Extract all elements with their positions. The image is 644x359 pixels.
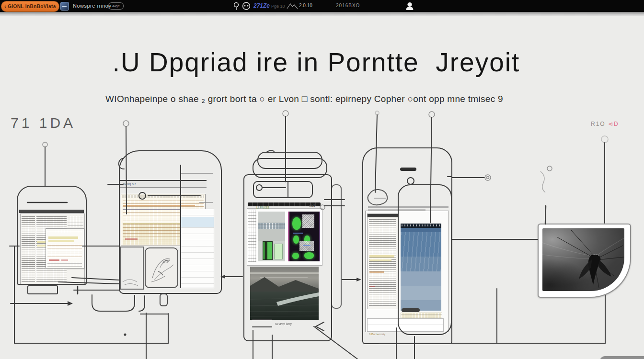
green-blob (292, 253, 299, 259)
figure-label-left: 71 1DA (11, 115, 76, 131)
toolbar-badge[interactable]: Aige (108, 2, 124, 10)
landscape-art (250, 267, 319, 320)
syntax-row-orange (369, 271, 384, 273)
error-row (49, 259, 59, 261)
avatar-icon[interactable] (405, 1, 414, 11)
phone-3-thermal-image (288, 212, 320, 261)
toolbar-link[interactable]: 271Ze (253, 2, 270, 9)
phone-4-speaker (400, 168, 416, 171)
syntax-row-blue (123, 209, 181, 210)
app-title: Nowspre rnnoy (73, 3, 111, 9)
doc-text (369, 219, 396, 306)
page-background: ‹ GIONL InBnBoVIata Nowspre rnnoy Aige 2… (0, 0, 644, 359)
green-blob (293, 236, 299, 244)
list-panel-header (181, 217, 214, 227)
window-edge-strip (0, 12, 644, 16)
popup-footer-text (47, 262, 82, 267)
error-row (369, 286, 375, 287)
blue-text-row (293, 233, 303, 234)
phone-3-toolbar-left-text: LI FNIGS (256, 206, 269, 210)
pencil-strokes (121, 247, 143, 289)
doc-side-column (68, 216, 83, 227)
orb-icon[interactable] (242, 2, 251, 10)
figure-label-right-mark: ⊲D (608, 121, 619, 127)
build-label: 2016BXO (336, 3, 360, 8)
phone-2-empty-box (120, 247, 144, 290)
phone-3-landscape-photo (250, 267, 319, 320)
doc-header-bar (368, 214, 398, 217)
phone-4-caption: f tBu berrcrty (369, 332, 385, 336)
photo-card (538, 224, 631, 298)
page-title: .U Dpqriad ire in Porntte Jreyoit (0, 47, 632, 78)
phone-2-sketch-image (145, 247, 178, 288)
page-subtitle: WIOnhapeinpe o shae ₂ grort bort ta ○ er… (0, 94, 609, 104)
highlight-row (369, 259, 391, 261)
highlight-row (48, 240, 74, 242)
phone-4-document-screenshot (367, 213, 398, 309)
green-bar (263, 241, 273, 260)
doc-left-column (22, 216, 35, 282)
phone-2-list-panel (181, 209, 214, 288)
dragonfly-art (542, 228, 624, 291)
dragonfly-photo (542, 228, 624, 291)
green-blob (304, 252, 314, 259)
error-row (125, 238, 138, 240)
error-row (61, 259, 68, 261)
phone-3-toolbar-right-text: r6s5 (309, 204, 315, 208)
phone-3-chart-image (258, 212, 285, 261)
app-favicon-icon[interactable] (60, 2, 69, 11)
highlight-row (48, 236, 78, 239)
app-toolbar: ‹ GIONL InBnBoVIata Nowspre rnnoy Aige 2… (0, 0, 644, 12)
figure-label-right-text: R1O (591, 121, 606, 127)
doc-popup-window (46, 228, 84, 269)
phone-3-footnote: rw anql bmy (275, 322, 310, 326)
mountain-icon (287, 2, 298, 10)
version-label: 2.0.10 (299, 3, 312, 8)
back-button[interactable]: ‹ GIONL InBnBoVIata (1, 1, 59, 12)
phone-3-ruler-strip (248, 210, 256, 262)
noise-block (299, 241, 314, 251)
phone-4-inner-frame (398, 184, 452, 335)
highlight-row (369, 255, 394, 258)
code-header (122, 195, 204, 198)
popup-header (47, 230, 82, 233)
phone-2-toolbar: nv aq o r (120, 180, 207, 188)
search-pin-icon[interactable] (233, 2, 240, 11)
green-blob (292, 217, 301, 230)
figure-label-right: R1O ⊲D (591, 121, 619, 127)
noise-block (302, 214, 314, 228)
phone-2-toolbar-text: nv aq o r (123, 182, 136, 186)
bottom-right-tab (600, 356, 644, 359)
chart-noise-band (258, 223, 285, 229)
popup-body-text (47, 244, 82, 258)
green-bar-light (274, 244, 283, 259)
syntax-row-orange (123, 205, 195, 206)
phone-1-screenshot (20, 213, 85, 284)
phone-1-statusbar (19, 210, 84, 213)
page-indicator: Pge 10 (271, 4, 285, 9)
blue-text-row (303, 245, 310, 246)
phone-4-scroll-blob (402, 308, 420, 312)
pencil-sketch (146, 248, 177, 287)
